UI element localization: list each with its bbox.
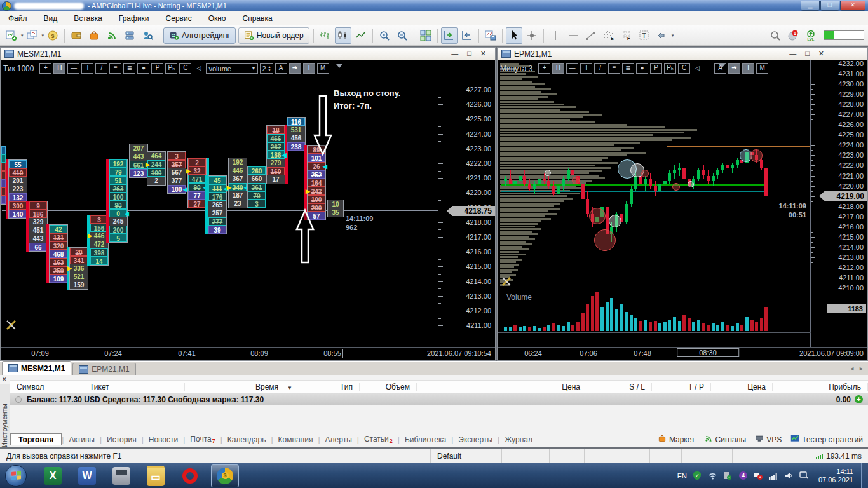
collapse-icon[interactable]: ◁: [692, 64, 703, 73]
line-icon[interactable]: [353, 27, 369, 44]
service-Маркет[interactable]: Маркет: [658, 434, 695, 445]
chart-tool-≡[interactable]: ≡: [608, 63, 620, 74]
tile-windows-icon[interactable]: [417, 27, 434, 44]
chart-close-icon[interactable]: ✕: [818, 50, 824, 58]
chart-window-header[interactable]: MESM21,M1 — □ ✕: [1, 48, 495, 60]
menu-item-Графики[interactable]: Графики: [111, 12, 158, 25]
lvl-icon[interactable]: LVL: [803, 27, 819, 44]
new-order-button[interactable]: Новый ордер: [238, 27, 309, 44]
taskbar-calculator[interactable]: [108, 465, 135, 487]
column-header-Объем[interactable]: Объем: [360, 383, 417, 391]
notifications-icon[interactable]: 1: [785, 27, 801, 44]
zoom-in-icon[interactable]: [376, 27, 393, 44]
chart-window-header[interactable]: EPM21,M1 — □ ✕: [498, 48, 867, 60]
show-desktop-button[interactable]: [861, 463, 868, 488]
search-icon[interactable]: [767, 27, 783, 44]
chart-tab-EPM21,M1[interactable]: EPM21,M1: [72, 363, 135, 375]
chart-tool-I[interactable]: I: [81, 63, 93, 74]
chart-tool-C[interactable]: C: [678, 63, 690, 74]
column-header-T / P[interactable]: T / P: [652, 383, 711, 391]
dropdown-arrow-icon[interactable]: ▾: [21, 33, 24, 38]
chart-tool-●[interactable]: ●: [636, 63, 648, 74]
speaker-icon[interactable]: [784, 471, 794, 480]
usb-device-icon[interactable]: ✓: [723, 471, 733, 480]
chart-tool-≡[interactable]: ≡: [109, 63, 121, 74]
toolbox-tab-Журнал[interactable]: Журнал: [499, 434, 538, 445]
security-shield-icon[interactable]: ✓: [693, 471, 702, 480]
minimize-button[interactable]: ▁: [801, 1, 820, 11]
candles-icon[interactable]: [335, 27, 351, 44]
bars-icon[interactable]: [317, 27, 334, 44]
column-header-S / L[interactable]: S / L: [587, 383, 652, 391]
maximize-button[interactable]: ❐: [820, 1, 839, 11]
column-header-Время[interactable]: Время▼: [185, 383, 299, 391]
tab-scroll-arrows[interactable]: ◄►: [849, 365, 864, 372]
cluster-scale-spinner[interactable]: 2▲▼: [260, 63, 273, 74]
chart-tool-C[interactable]: C: [179, 63, 191, 74]
column-header-Тип[interactable]: Тип: [299, 383, 360, 391]
signals-icon[interactable]: [104, 27, 120, 44]
chart-tool-—[interactable]: —: [566, 63, 578, 74]
chart-tool-P[interactable]: P: [650, 63, 662, 74]
network-signal-icon[interactable]: [769, 471, 778, 480]
fibonacci-icon[interactable]: E: [600, 27, 617, 44]
crosshair-icon[interactable]: [524, 27, 540, 44]
chart-minimize-icon[interactable]: —: [451, 50, 458, 58]
search-traders-icon[interactable]: [139, 27, 156, 44]
chart-tool-●[interactable]: ●: [137, 63, 149, 74]
grid-icon[interactable]: F: [618, 27, 635, 44]
chart-tool-A[interactable]: A: [275, 63, 287, 74]
profiles-icon[interactable]: [24, 27, 41, 44]
service-Тестер стратегий[interactable]: Тестер стратегий: [790, 434, 863, 445]
chart-tool-H[interactable]: H: [53, 63, 65, 74]
chart-shift-icon[interactable]: [459, 27, 475, 44]
column-header-Тикет[interactable]: Тикет: [83, 383, 185, 391]
chart-tool-M[interactable]: M: [756, 63, 768, 74]
toolbox-tab-Эксперты[interactable]: Эксперты: [453, 434, 498, 445]
taskbar-clock[interactable]: 14:11 07.06.2021: [818, 468, 853, 484]
trend-line-icon[interactable]: [583, 27, 599, 44]
chart-close-icon[interactable]: ✕: [480, 50, 486, 58]
menu-item-Сервис[interactable]: Сервис: [158, 12, 200, 25]
chart-tool-I[interactable]: I: [742, 63, 754, 74]
toolbox-side-strip[interactable]: Инструменты: [0, 384, 10, 447]
menu-item-Вставка[interactable]: Вставка: [65, 12, 111, 25]
horizontal-line-icon[interactable]: [565, 27, 581, 44]
dropdown-arrow-icon[interactable]: ▾: [42, 33, 44, 38]
pane-divider[interactable]: [498, 288, 811, 288]
start-button[interactable]: [5, 465, 27, 487]
vertical-line-icon[interactable]: [547, 27, 564, 44]
app-badge-icon[interactable]: 4: [738, 471, 748, 480]
cluster-mode-dropdown[interactable]: volume▼: [206, 63, 258, 74]
quotes-icon[interactable]: $: [44, 27, 61, 44]
service-Сигналы[interactable]: Сигналы: [704, 434, 747, 445]
cursor-icon[interactable]: [506, 27, 522, 44]
shapes-icon[interactable]: [654, 27, 670, 44]
service-VPS[interactable]: VPS: [755, 434, 782, 445]
toolbox-tab-Активы[interactable]: Активы: [64, 434, 100, 445]
chart-tool-A[interactable]: A: [714, 63, 726, 74]
toolbox-tab-Торговля[interactable]: Торговля: [10, 433, 62, 445]
chart-tool-+[interactable]: +: [538, 63, 550, 74]
dropdown-arrow-icon[interactable]: ▾: [672, 33, 674, 38]
menu-item-Справка[interactable]: Справка: [234, 12, 281, 25]
collapse-icon[interactable]: ◁: [193, 64, 204, 73]
power-plug-icon[interactable]: [799, 471, 809, 480]
chart-tool-Pₕ[interactable]: Pₕ: [664, 63, 676, 74]
chart-tool-/[interactable]: /: [594, 63, 606, 74]
chart-tool-I[interactable]: I: [303, 63, 315, 74]
column-header-Цена[interactable]: Цена: [711, 383, 773, 391]
chart-tool-≣[interactable]: ≣: [622, 63, 634, 74]
column-header-Символ[interactable]: Символ: [10, 383, 83, 391]
chart-restore-icon[interactable]: □: [805, 50, 810, 58]
chart-tool-P[interactable]: P: [151, 63, 163, 74]
title-bar[interactable]: - AMPGlobalEU-Live - Netting - MESM21,M1…: [0, 0, 868, 11]
toolbox-tab-Новости[interactable]: Новости: [144, 434, 183, 445]
taskbar-opera[interactable]: [177, 465, 203, 487]
new-order-plus-icon[interactable]: +: [855, 395, 863, 403]
close-button[interactable]: ✕: [840, 1, 865, 11]
chart-tool-I[interactable]: I: [580, 63, 592, 74]
quick-tools-icon[interactable]: [501, 276, 512, 287]
taskbar-excel[interactable]: X: [39, 465, 66, 487]
candle-chart-canvas[interactable]: Минута3+H—I/≡≣●PPₕC◁A➔IM 14:11:09 00:51 …: [498, 60, 867, 360]
